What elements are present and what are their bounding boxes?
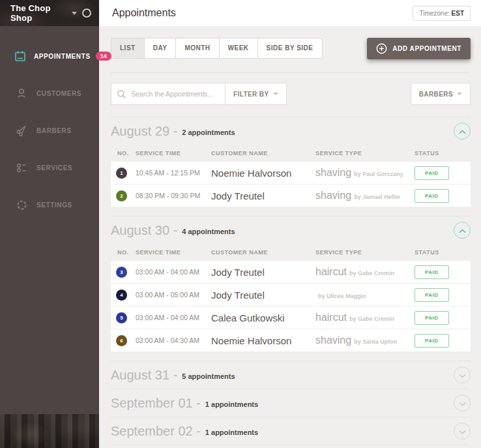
table-row[interactable]: 6 03:00 AM - 04:30 AM Noemie Halvorson s… (111, 329, 471, 352)
status-badge[interactable]: PAID (415, 311, 449, 325)
appointments-table: 1 10:45 AM - 12:15 PM Noemie Halvorson s… (111, 162, 471, 207)
search-box (111, 83, 226, 105)
service-type: haircut (315, 266, 347, 277)
section-count: 2 appointments (182, 126, 235, 136)
chevron-down-icon[interactable] (72, 12, 77, 15)
appointment-number-badge: 6 (116, 335, 127, 346)
barber-name: by Gabe Cremin (349, 316, 394, 322)
collapse-section-button[interactable] (454, 222, 471, 239)
sidebar-item-customers[interactable]: CUSTOMERS (0, 85, 99, 101)
brand-title: The Chop Shop (10, 3, 72, 23)
col-header-customer-name: CUSTOMER NAME (211, 249, 315, 256)
list-icon (14, 160, 29, 175)
barber-name: by Paul Gorczany (354, 171, 403, 177)
search-icon (117, 89, 126, 99)
barber-name: by Santa Upton (354, 338, 397, 345)
status-badge[interactable]: PAID (415, 288, 449, 302)
section-count: 1 appointments (205, 426, 258, 436)
page-header: Appointments Timezone: EST (99, 0, 481, 26)
status-badge[interactable]: PAID (415, 334, 449, 348)
search-input[interactable] (131, 90, 220, 98)
tab-day[interactable]: DAY (145, 38, 177, 59)
sidebar-item-label: BARBERS (36, 127, 72, 134)
table-row[interactable]: 1 10:45 AM - 12:15 PM Noemie Halvorson s… (111, 162, 471, 185)
customer-name: Jody Treutel (211, 267, 315, 278)
col-header-service-type: SERVICE TYPE (315, 150, 415, 157)
col-header-status: STATUS (415, 249, 471, 256)
gear-icon[interactable] (82, 8, 91, 18)
expand-section-button[interactable] (454, 366, 471, 383)
service-time: 10:45 AM - 12:15 PM (136, 169, 211, 177)
brand-header[interactable]: The Chop Shop (0, 0, 99, 26)
col-header-no: NO. (111, 150, 136, 157)
sidebar: The Chop Shop APPOINTMENTS 14 (0, 0, 99, 448)
table-row[interactable]: 2 08:30 PM - 09:30 PM Jody Treutel shavi… (111, 185, 471, 207)
tab-side-by-side[interactable]: SIDE BY SIDE (258, 38, 323, 59)
person-icon (14, 86, 29, 100)
barbers-label: BARBERS (419, 91, 453, 98)
table-row[interactable]: 4 03:00 AM - 05:00 AM Jody Treutel by Ul… (111, 284, 471, 306)
appointment-number-badge: 5 (116, 312, 127, 323)
chevron-down-icon (457, 93, 462, 95)
section-date: September 01 - (111, 396, 201, 411)
main-area: Appointments Timezone: EST LIST DAY MONT… (99, 0, 481, 448)
col-header-no: NO. (111, 249, 136, 256)
barber-name: by Jamaal Heller (354, 194, 400, 200)
barbershop-photo (0, 414, 99, 448)
status-badge[interactable]: PAID (415, 189, 449, 203)
table-row[interactable]: 3 03:00 AM - 04:00 AM Jody Treutel hairc… (111, 261, 471, 284)
section-date: August 30 - (111, 223, 177, 238)
status-badge[interactable]: PAID (415, 166, 449, 180)
service-time: 08:30 PM - 09:30 PM (136, 192, 211, 200)
calendar-icon (14, 49, 26, 63)
service-type: shaving (315, 335, 351, 346)
timezone-badge[interactable]: Timezone: EST (413, 6, 471, 21)
appointment-number-badge: 2 (116, 190, 127, 202)
barbers-filter-button[interactable]: BARBERS (411, 83, 471, 105)
timezone-value: EST (452, 10, 464, 17)
scissors-icon (14, 123, 29, 138)
expand-section-button[interactable] (454, 395, 471, 411)
plus-circle-icon (376, 43, 387, 54)
section-date: August 29 - (111, 124, 177, 139)
service-type: haircut (315, 312, 347, 323)
sidebar-item-settings[interactable]: SETTINGS (0, 197, 99, 213)
tab-month[interactable]: MONTH (176, 38, 219, 59)
sidebar-item-appointments[interactable]: APPOINTMENTS 14 (0, 48, 99, 64)
service-type: shaving (315, 167, 351, 178)
col-header-service-time: SERVICE TIME (136, 150, 211, 157)
appointment-sections: August 29 - 2 appointments NO. SERVICE T… (111, 117, 471, 448)
collapse-section-button[interactable] (454, 123, 471, 140)
barber-name: by Ulices Maggio (318, 293, 366, 299)
sidebar-item-services[interactable]: SERVICES (0, 160, 99, 175)
section-header: August 30 - 4 appointments (111, 217, 471, 244)
sidebar-item-barbers[interactable]: BARBERS (0, 123, 99, 138)
page-title: Appointments (112, 7, 413, 19)
add-appointment-button[interactable]: ADD APPOINTMENT (367, 38, 471, 59)
section-header: August 29 - 2 appointments (111, 117, 471, 145)
expand-section-button[interactable] (454, 423, 471, 440)
chevron-up-icon (459, 224, 466, 236)
sidebar-item-label: SETTINGS (36, 202, 72, 209)
service-time: 03:00 AM - 04:00 AM (136, 268, 211, 276)
appointment-number-badge: 3 (116, 267, 127, 278)
customer-name: Noemie Halvorson (211, 168, 315, 179)
col-header-service-type: SERVICE TYPE (315, 249, 415, 256)
customer-name: Calea Gutkowski (211, 312, 315, 323)
tab-list[interactable]: LIST (111, 38, 145, 59)
gear-icon (14, 198, 29, 212)
appointment-number-badge: 1 (116, 168, 127, 179)
col-header-status: STATUS (415, 150, 471, 157)
customer-name: Jody Treutel (211, 290, 315, 301)
sidebar-item-label: APPOINTMENTS (34, 53, 91, 60)
table-row[interactable]: 5 03:00 AM - 04:00 AM Calea Gutkowski ha… (111, 306, 471, 329)
col-header-service-time: SERVICE TIME (136, 249, 211, 256)
sidebar-nav: APPOINTMENTS 14 CUSTOMERS BARBER (0, 26, 99, 213)
tab-week[interactable]: WEEK (220, 38, 258, 59)
chevron-down-icon (459, 397, 466, 409)
service-time: 03:00 AM - 05:00 AM (136, 291, 211, 299)
filter-by-button[interactable]: FILTER BY (226, 83, 287, 105)
customer-name: Noemie Halvorson (211, 335, 315, 346)
section-header: September 01 - 1 appointments (111, 389, 471, 417)
status-badge[interactable]: PAID (415, 265, 449, 279)
